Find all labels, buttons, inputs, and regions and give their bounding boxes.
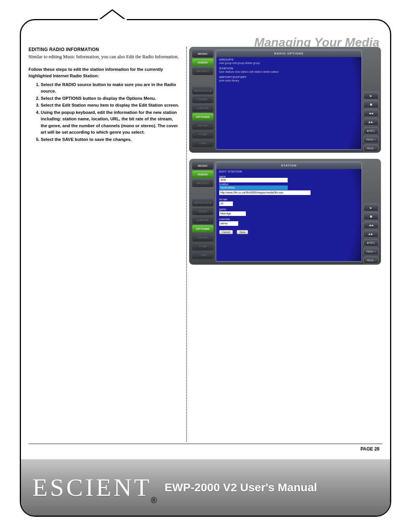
menuview-button[interactable]: MENU/VIEW [192, 199, 213, 206]
movies-button[interactable]: MOVIES [192, 179, 213, 187]
import-label: IMPORT/EXPORT [219, 75, 358, 79]
left-nav: MUSIC RADIO MOVIES MENU/VIEW GUIDE ▸ MOD… [192, 162, 213, 262]
movies-button[interactable]: MOVIES [192, 67, 213, 75]
column-divider [186, 47, 187, 442]
guide-button[interactable]: GUIDE [192, 208, 213, 215]
location-field[interactable]: South Africa [219, 185, 288, 190]
stop-button[interactable]: ■ [363, 101, 379, 108]
music-button[interactable]: MUSIC [192, 50, 213, 58]
fav-minus-button[interactable]: - FAV [192, 251, 213, 259]
mode-button[interactable]: ▸ MODE [192, 216, 213, 224]
channels-label: channels [219, 218, 358, 220]
play-button[interactable]: ▸ [363, 92, 379, 99]
step-item: Using the popup keyboard, edit the infor… [41, 109, 180, 136]
edit-station-title: EDIT STATION [219, 170, 358, 173]
genre-label: genre [219, 208, 358, 211]
setup-button[interactable]: SETUP [192, 122, 213, 129]
page-number: PAGE 28 [360, 446, 379, 452]
step-item: Select the RADIO source button to make s… [41, 81, 180, 95]
station-label: STATION [219, 67, 358, 70]
rewind-button[interactable]: ◂◂ [363, 221, 379, 229]
name-field[interactable]: 3FM [219, 178, 288, 182]
fav-plus-button[interactable]: + FAV [192, 131, 213, 138]
screen-header: STATION [216, 162, 362, 169]
screenshot-edit-station: MUSIC RADIO MOVIES MENU/VIEW GUIDE ▸ MOD… [189, 159, 381, 265]
registered-mark: ® [151, 495, 157, 505]
footer: ESCIENT ® EWP-2000 V2 User's Manual [21, 459, 390, 516]
fav-minus-button[interactable]: - FAV [192, 139, 213, 147]
footer-rule [29, 444, 382, 444]
tab-notch-icon [98, 9, 127, 22]
options-button[interactable]: OPTIONS [192, 225, 213, 233]
page-border: Managing Your Media EDITING RADIO INFORM… [20, 19, 391, 517]
right-controls: ▸ ■ ◂◂ ▸▸ ■ REC PAGE + PAGE - [363, 50, 379, 150]
guide-button[interactable]: GUIDE [192, 96, 213, 103]
music-button[interactable]: MUSIC [192, 162, 213, 169]
radio-button[interactable]: RADIO [192, 171, 213, 178]
url-field[interactable]: http://www.3fm.co.za/3fm2005/images/medi… [219, 190, 311, 195]
save-button[interactable]: Save [237, 230, 248, 234]
name-label: name [219, 175, 358, 178]
step-item: Select the Edit Station menu item to dis… [41, 102, 180, 109]
cancel-button[interactable]: Cancel [219, 230, 233, 234]
mode-button[interactable]: ▸ MODE [192, 104, 213, 112]
options-button[interactable]: OPTIONS [192, 113, 213, 121]
heading: EDITING RADIO INFORMATION [29, 47, 180, 52]
right-column: MUSIC RADIO MOVIES MENU/VIEW GUIDE ▸ MOD… [189, 47, 381, 271]
screenshot-radio-options: MUSIC RADIO MOVIES MENU/VIEW GUIDE ▸ MOD… [189, 47, 381, 153]
left-column: EDITING RADIO INFORMATION Similar to edi… [29, 47, 180, 143]
channels-field[interactable]: stereo [219, 221, 238, 226]
rec-button[interactable]: ■ REC [363, 239, 379, 246]
svg-rect-0 [98, 19, 127, 22]
location-label: location [219, 183, 358, 185]
step-item: Select the SAVE button to save the chang… [41, 136, 180, 143]
rec-button[interactable]: ■ REC [363, 127, 379, 134]
bitrate-field[interactable]: 24 [219, 201, 233, 206]
screen-body: STATION EDIT STATION name3FM locationSou… [216, 162, 362, 262]
groups-label: GROUPS [219, 58, 358, 61]
setup-button[interactable]: SETUP [192, 234, 213, 241]
page-down-button[interactable]: PAGE - [363, 144, 379, 152]
ff-button[interactable]: ▸▸ [363, 230, 379, 238]
lead-text: Follow these steps to edit the station i… [29, 66, 180, 79]
steps-list: Select the RADIO source button to make s… [34, 81, 180, 143]
groups-sub[interactable]: new group edit group delete group [219, 62, 358, 64]
page-up-button[interactable]: PAGE + [363, 136, 379, 143]
radio-button[interactable]: RADIO [192, 59, 213, 66]
manual-title: EWP-2000 V2 User's Manual [165, 481, 317, 494]
left-nav: MUSIC RADIO MOVIES MENU/VIEW GUIDE ▸ MOD… [192, 50, 213, 150]
ff-button[interactable]: ▸▸ [363, 118, 379, 126]
rewind-button[interactable]: ◂◂ [363, 109, 379, 117]
page-down-button[interactable]: PAGE - [363, 256, 379, 264]
bitrate-label: bit rate [219, 198, 358, 201]
import-sub[interactable]: print radio library [219, 79, 358, 82]
brand-logo: ESCIENT [32, 473, 151, 502]
menuview-button[interactable]: MENU/VIEW [192, 87, 213, 94]
page-up-button[interactable]: PAGE + [363, 248, 379, 255]
play-button[interactable]: ▸ [363, 204, 379, 211]
step-item: Select the OPTIONS button to display the… [41, 95, 180, 102]
station-sub[interactable]: tune stations new station edit station d… [219, 70, 358, 73]
intro-text: Similar to editing Music Information, yo… [29, 54, 180, 60]
screen-header: RADIO OPTIONS [216, 50, 362, 57]
right-controls: ▸ ■ ◂◂ ▸▸ ■ REC PAGE + PAGE - [363, 162, 379, 262]
fav-plus-button[interactable]: + FAV [192, 243, 213, 250]
stop-button[interactable]: ■ [363, 212, 379, 220]
screen-body: RADIO OPTIONS GROUPS new group edit grou… [216, 50, 362, 150]
genre-field[interactable]: New Age [219, 211, 246, 216]
